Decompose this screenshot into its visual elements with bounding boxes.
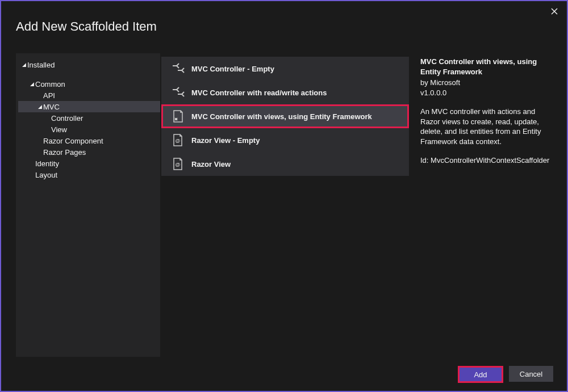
close-button[interactable] [549, 6, 560, 17]
details-panel: MVC Controller with views, using Entity … [410, 53, 561, 357]
controller-ef-icon [171, 109, 185, 123]
razor-icon: @ [171, 133, 185, 147]
tree-item-installed[interactable]: ◢ Installed [18, 59, 160, 70]
tree-item-label: View [51, 125, 67, 134]
tree-item-razor-pages[interactable]: Razor Pages [18, 146, 160, 158]
dialog-footer: Add Cancel [458, 366, 553, 383]
list-item-label: MVC Controller - Empty [191, 65, 274, 73]
tree-item-controller[interactable]: Controller [18, 112, 160, 124]
add-button[interactable]: Add [458, 366, 503, 383]
controller-icon [171, 86, 185, 99]
list-item[interactable]: MVC Controller with views, using Entity … [161, 104, 409, 128]
tree-item-label: Controller [51, 114, 83, 123]
list-item[interactable]: MVC Controller with read/write actions [161, 81, 409, 104]
details-id: Id: MvcControllerWithContextScaffolder [420, 155, 556, 166]
tree-item-label: MVC [43, 103, 60, 111]
svg-text:@: @ [176, 162, 181, 167]
tree-item-label: Installed [27, 61, 55, 69]
list-item-label: MVC Controller with views, using Entity … [191, 112, 372, 121]
chevron-down-icon: ◢ [36, 104, 43, 109]
template-list: MVC Controller - Empty MVC Controller wi… [160, 53, 410, 357]
tree-item-label: Razor Component [43, 137, 103, 145]
list-item-label: Razor View - Empty [191, 136, 260, 145]
controller-icon [171, 62, 185, 75]
chevron-down-icon: ◢ [28, 81, 35, 87]
tree-item-label: Common [35, 80, 65, 88]
tree-item-api[interactable]: API [18, 90, 160, 101]
tree-item-label: Layout [35, 171, 57, 179]
close-icon [551, 8, 558, 15]
list-item-label: Razor View [191, 160, 231, 168]
details-version: v1.0.0.0 [420, 88, 556, 98]
razor-icon: @ [171, 157, 185, 171]
details-author: by Microsoft [420, 78, 556, 88]
svg-text:@: @ [176, 138, 181, 144]
list-item[interactable]: @ Razor View - Empty [161, 128, 409, 152]
category-tree: ◢ Installed ◢ Common API ◢ MVC Controlle… [16, 53, 160, 357]
list-item[interactable]: @ Razor View [161, 152, 409, 176]
main-area: ◢ Installed ◢ Common API ◢ MVC Controlle… [16, 53, 561, 357]
tree-item-layout[interactable]: Layout [18, 169, 160, 180]
dialog-title: Add New Scaffolded Item [1, 1, 567, 34]
cancel-button[interactable]: Cancel [509, 366, 553, 382]
tree-item-razor-component[interactable]: Razor Component [18, 135, 160, 146]
tree-item-identity[interactable]: Identity [18, 158, 160, 169]
tree-item-common[interactable]: ◢ Common [18, 78, 160, 90]
tree-item-view[interactable]: View [18, 124, 160, 135]
tree-item-label: Razor Pages [43, 148, 86, 157]
list-item[interactable]: MVC Controller - Empty [161, 57, 409, 81]
tree-item-label: API [43, 91, 55, 100]
details-title: MVC Controller with views, using Entity … [420, 57, 556, 77]
list-item-label: MVC Controller with read/write actions [191, 88, 327, 97]
tree-item-label: Identity [35, 159, 59, 168]
tree-item-mvc[interactable]: ◢ MVC [18, 101, 160, 112]
details-description: An MVC controller with actions and Razor… [420, 107, 556, 146]
chevron-down-icon: ◢ [20, 62, 27, 68]
